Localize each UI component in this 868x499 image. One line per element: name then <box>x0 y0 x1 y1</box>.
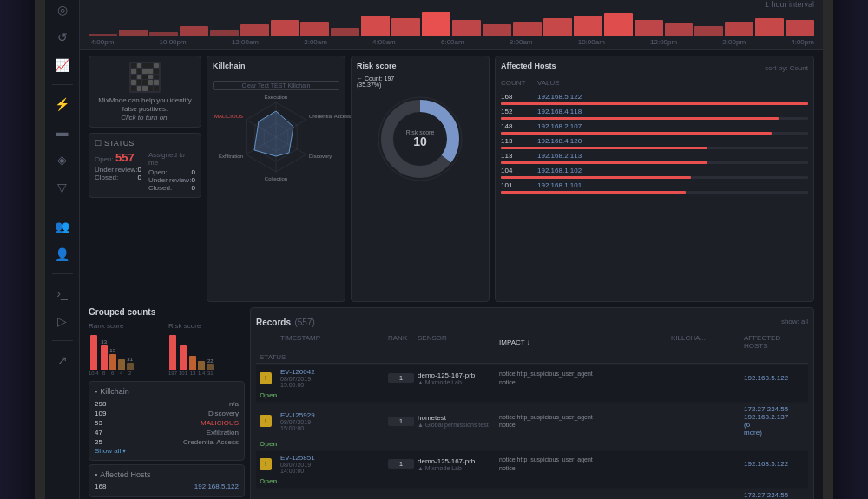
col-icon <box>260 334 277 350</box>
bar-rect <box>118 359 125 370</box>
status-closed-row: Closed: 0 <box>95 174 141 181</box>
svg-text:Exfiltration: Exfiltration <box>219 154 243 159</box>
event-id[interactable]: EV-126042 <box>280 368 385 376</box>
timeline-bar <box>483 24 511 36</box>
timeline-bar <box>694 26 723 36</box>
status-col2-review: Under review: 0 <box>148 176 195 184</box>
bar-count: 31 <box>127 357 133 362</box>
col-hosts[interactable]: AFFECTED HOSTS <box>744 334 805 350</box>
host-ip[interactable]: 192.168.2.113 <box>537 152 808 160</box>
ah-ip[interactable]: 192.168.5.122 <box>194 483 239 490</box>
radar-container: Execution Credential Access Discovery Co… <box>213 94 339 181</box>
sidebar-shield-icon[interactable]: ◈ <box>50 148 75 172</box>
hosts-columns: COUNT VALUE <box>501 79 808 89</box>
sidebar-chart-icon[interactable]: 📈 <box>50 53 75 77</box>
sidebar-users-icon[interactable]: 👥 <box>50 214 75 239</box>
sidebar-server-icon[interactable]: ▬ <box>50 120 75 144</box>
sidebar-person-icon[interactable]: 👤 <box>50 242 75 266</box>
mixmode-ad[interactable]: MixMode can help you identify false posi… <box>89 56 201 128</box>
kc-label: Credential Access <box>183 438 239 446</box>
sensor-lab: ▲ Mixmode Lab <box>418 465 496 471</box>
host-ip[interactable]: 192.168.4.120 <box>537 137 808 145</box>
rank-bar-chart: 10.4 33 8 13 6 4 31 2 <box>89 332 165 376</box>
sidebar-divider3 <box>52 273 73 274</box>
records-show[interactable]: show: all <box>781 318 808 325</box>
col-rank[interactable]: RANK <box>388 334 414 350</box>
bar-rect <box>180 345 187 370</box>
killchain-list-title: ▪ Killchain <box>95 387 239 396</box>
rank-badge: 1 <box>388 459 414 469</box>
table-row[interactable]: ! EV-125929 08/07/2019 15:00:00 1 homete… <box>256 403 808 451</box>
host-count: 152 <box>501 108 536 115</box>
event-id-cell: EV-126042 08/07/2019 15:00:00 <box>280 368 385 388</box>
table-row[interactable]: ! EV-125770 08/07/2019 14:00:00 1 homete… <box>256 489 808 499</box>
checkbox-icon: ☐ <box>95 139 102 148</box>
timeline-section: 1 hour interval -4:00pm 10:00pm 12:00am … <box>80 0 823 50</box>
risk-score-panel: Risk score ← Count: 197 (35.37%) <box>351 56 490 303</box>
host-ip[interactable]: 192.168.2.107 <box>537 122 808 130</box>
bar-label: 1.4 <box>198 371 205 376</box>
hosts-sort[interactable]: sort by: Count <box>765 64 808 72</box>
host-bar-wrap <box>501 102 808 105</box>
host-ip[interactable]: 192.168.5.122 <box>537 93 808 101</box>
event-id[interactable]: EV-125851 <box>280 454 385 462</box>
col-sensor[interactable]: SENSOR <box>418 334 496 350</box>
kc-row: 25 Credential Access <box>95 437 239 447</box>
show-all-link[interactable]: Show all ▾ <box>95 447 239 455</box>
status-col2-closed: Closed: 0 <box>148 184 195 192</box>
kc-count: 53 <box>95 419 102 427</box>
timeline-bar <box>271 20 299 36</box>
sidebar-tune-icon[interactable]: ⚡ <box>50 92 75 116</box>
bar-count: 22 <box>207 358 214 364</box>
event-date: 08/07/2019 <box>280 462 385 468</box>
status-review-row: Under review: 0 <box>95 166 141 174</box>
event-icon: ! <box>260 372 272 384</box>
impact-text: notice:http_suspicious_user_agent <box>499 370 621 378</box>
table-row[interactable]: ! EV-126042 08/07/2019 15:00:00 1 demo-1… <box>256 365 808 403</box>
table-row[interactable]: ! EV-125851 08/07/2019 14:00:00 1 demo-1… <box>256 451 808 489</box>
event-id[interactable]: EV-125929 <box>280 411 385 419</box>
col-timestamp[interactable]: TIMESTAMP <box>280 334 385 350</box>
sidebar-location-icon[interactable]: ◎ <box>50 0 75 22</box>
host-row: 101 192.168.1.101 <box>501 181 808 195</box>
sensor-name: demo-125-167-prb <box>418 457 496 465</box>
timeline-bar <box>604 13 633 36</box>
host-count: 113 <box>501 137 536 145</box>
sidebar-play-icon[interactable]: ▷ <box>50 309 75 333</box>
col-status[interactable]: STATUS <box>260 353 277 361</box>
timeline-label: 1 hour interval <box>89 0 814 9</box>
svg-marker-9 <box>254 111 293 156</box>
timeline-bar <box>210 30 239 36</box>
sidebar-filter-icon[interactable]: ▽ <box>50 175 75 200</box>
col-impact[interactable]: IMPACT ↓ <box>499 334 621 350</box>
sidebar-events-icon[interactable]: ↺ <box>50 25 75 49</box>
rank-chart-title: Rank score <box>89 322 165 330</box>
sensor-cell: demo-125-167-prb ▲ Mixmode Lab <box>418 457 496 471</box>
rank-badge: 1 <box>388 373 414 383</box>
qr-code <box>129 62 161 93</box>
host-ip[interactable]: 192.168.1.101 <box>537 181 808 189</box>
ad-link[interactable]: Click to turn on. <box>95 114 195 121</box>
killchain-panel-title: Killchain <box>213 62 339 70</box>
impact-text: notice:http_suspicious_user_agent <box>499 456 621 463</box>
status-cell: Open <box>260 477 277 485</box>
risk-score-value: 10 <box>413 135 427 148</box>
sidebar-divider <box>52 84 73 85</box>
host-ip[interactable]: 192.168.1.102 <box>537 167 808 174</box>
sidebar-export-icon[interactable]: ↗ <box>50 348 75 372</box>
bottom-section: Grouped counts Rank score 10.4 33 8 13 6… <box>80 307 823 499</box>
panels-row: MixMode can help you identify false posi… <box>80 50 823 308</box>
host-ip[interactable]: 192.168.4.118 <box>537 108 808 115</box>
clear-text-button[interactable]: Clear Text TEST Killchain <box>213 81 339 90</box>
risk-panel-title: Risk score <box>357 62 483 70</box>
timeline-bar <box>755 18 784 36</box>
killchain-panel: Killchain Clear Text TEST Killchain <box>207 56 345 303</box>
bar-item: 10.4 <box>89 334 99 376</box>
sensor-lab: ▲ Mixmode Lab <box>418 379 496 385</box>
col-killchain[interactable]: KILLCHA... <box>671 334 740 350</box>
host-bar-wrap <box>501 161 808 164</box>
sidebar-terminal-icon[interactable]: ›_ <box>50 281 75 305</box>
kc-count: 25 <box>95 438 102 446</box>
svg-text:MALICIOUS: MALICIOUS <box>214 114 243 119</box>
sensor-cell: demo-125-167-prb ▲ Mixmode Lab <box>418 371 496 385</box>
